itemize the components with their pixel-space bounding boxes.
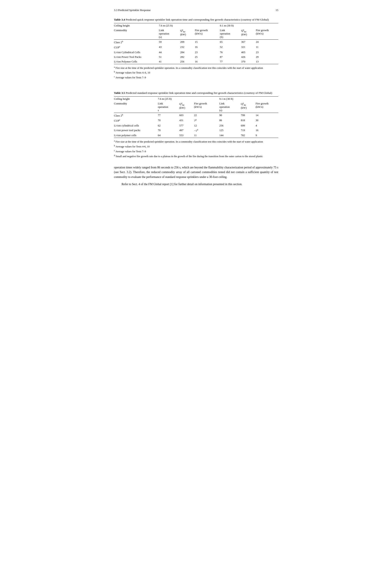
- table-3-4-caption-bold: Table 3.4: [114, 18, 125, 21]
- table-row: Li-ion power tool packs 70 497 −1d 125 7…: [114, 128, 278, 133]
- table-row: Class 2b 59 209 15 65 367 24: [114, 39, 278, 45]
- cell-v5: 799: [238, 113, 253, 118]
- cell-v1: 41: [156, 59, 178, 64]
- cell-v6: 4: [253, 123, 278, 128]
- table-3-4-caption: Table 3.4 Predicted quick response sprin…: [114, 18, 278, 22]
- table2-header-row-2: Commodity Linkoperations Qabe(kW) Fire g…: [114, 101, 278, 113]
- cell-v3: 23: [192, 50, 217, 55]
- page-number: 15: [276, 8, 278, 12]
- cell-v4: 52: [217, 45, 239, 50]
- cell-v1: 62: [155, 123, 177, 128]
- cell-v6: 30: [253, 118, 278, 123]
- cell-v5: 699: [238, 123, 253, 128]
- th-fire-growth-2: Fire growth(kW/s): [253, 28, 278, 40]
- th-7-6m: 7.6 m (25 ft): [156, 23, 217, 28]
- cell-v3: 16: [192, 45, 217, 50]
- cell-commodity: Class 2b: [114, 39, 156, 45]
- cell-v1: 44: [156, 50, 178, 55]
- t2-th-qbe-2: Qabe(kW): [238, 101, 253, 113]
- table-3-5-caption: Table 3.5 Predicted standard response sp…: [114, 91, 278, 95]
- cell-v6: 14: [253, 113, 278, 118]
- cell-v1: 59: [156, 39, 178, 45]
- cell-v6: 24: [253, 39, 278, 45]
- cell-commodity: Li-ion Cylindrical Cells: [114, 50, 156, 55]
- cell-v2: 256: [178, 59, 192, 64]
- t2-th-link-op-1: Linkoperations: [155, 101, 177, 113]
- th-qbe-2: Qabe(kW): [239, 28, 253, 40]
- cell-v4: 144: [217, 133, 238, 138]
- footnote: c Average values for Tests 7–9: [114, 75, 278, 80]
- cell-v6: 16: [253, 128, 278, 133]
- cell-v5: 370: [239, 59, 253, 64]
- cell-commodity: CUPc: [114, 118, 155, 123]
- table-row: Li-ion polymer cells 64 553 11 144 782 9: [114, 133, 278, 138]
- th-fire-growth-1: Fire growth(kW/s): [192, 28, 217, 40]
- cell-v4: 256: [217, 123, 238, 128]
- cell-v4: 90: [217, 113, 238, 118]
- table-3-5-data: Ceiling height 7.6 m (25 ft) 9.1 m (30 f…: [114, 96, 278, 138]
- cell-commodity: Li-ion Power Tool Packs: [114, 55, 156, 59]
- footnote: b Average values for Tests 4–6, 10: [114, 70, 278, 75]
- cell-v5: 405: [239, 50, 253, 55]
- footnote: c Average values for Tests 7–9: [114, 149, 278, 154]
- table-row: Li-ion Polymer Cells 41 256 16 77 370 13: [114, 59, 278, 64]
- cell-commodity: Class 2b: [114, 113, 155, 118]
- cell-v5: 367: [239, 39, 253, 45]
- cell-v2: 603: [177, 113, 192, 118]
- cell-v3: 25: [192, 55, 217, 59]
- th-ceiling: Ceiling height: [114, 23, 156, 28]
- t2-th-qbe-1: Qabe(kW): [177, 101, 192, 113]
- cell-v1: 43: [156, 45, 178, 50]
- table-3-4-data: Ceiling height 7.6 m (25 ft) 9.1 m (30 f…: [114, 23, 278, 64]
- cell-v2: 577: [177, 123, 192, 128]
- cell-v4: 76: [217, 50, 239, 55]
- table-row: CUPc 43 232 16 52 321 11: [114, 45, 278, 50]
- cell-v1: 70: [155, 128, 177, 133]
- cell-v3: 12: [192, 123, 217, 128]
- cell-v5: 426: [239, 55, 253, 59]
- cell-v6: 29: [253, 55, 278, 59]
- t2-th-fire-growth-2: Fire growth(kW/s): [253, 101, 278, 113]
- t2-th-7-6m: 7.6 m (25 ft): [155, 97, 217, 101]
- page-header: 3.3 Predicted Sprinkler Response 15: [114, 8, 278, 12]
- cell-v2: 209: [178, 39, 192, 45]
- cell-v5: 719: [238, 128, 253, 133]
- cell-v2: 232: [178, 45, 192, 50]
- table-3-4-caption-text: Predicted quick response sprinkler link …: [125, 18, 269, 21]
- cell-v1: 64: [155, 133, 177, 138]
- cell-v5: 321: [239, 45, 253, 50]
- cell-v1: 51: [156, 55, 178, 59]
- cell-v3: 22: [192, 113, 217, 118]
- t2-th-ceiling: Ceiling height: [114, 97, 155, 101]
- cell-v5: 782: [238, 133, 253, 138]
- table-3-5: Table 3.5 Predicted standard response sp…: [114, 91, 278, 158]
- table-row: Li-ion cylindrical cells 62 577 12 256 6…: [114, 123, 278, 128]
- table-row: Class 2b 77 603 22 90 799 14: [114, 113, 278, 118]
- cell-v4: 86: [217, 118, 238, 123]
- cell-commodity: Li-ion polymer cells: [114, 133, 155, 138]
- table-3-5-footnotes: a Fire size at the time of the predicted…: [114, 139, 278, 158]
- cell-commodity: Li-ion power tool packs: [114, 128, 155, 133]
- cell-v4: 125: [217, 128, 238, 133]
- cell-v6: 13: [253, 59, 278, 64]
- table-row: Li-ion Cylindrical Cells 44 284 23 76 40…: [114, 50, 278, 55]
- table-row: Li-ion Power Tool Packs 51 282 25 87 426…: [114, 55, 278, 59]
- cell-v1: 77: [155, 113, 177, 118]
- cell-v2: 553: [177, 133, 192, 138]
- cell-v6: 11: [253, 45, 278, 50]
- th-qbe-1: Qabe(kW): [178, 28, 192, 40]
- cell-v5: 818: [238, 118, 253, 123]
- cell-commodity: Li-ion Polymer Cells: [114, 59, 156, 64]
- cell-v4: 77: [217, 59, 239, 64]
- paragraph-1: operation times widely ranged from 86 se…: [114, 165, 278, 179]
- cell-v3: −1d: [192, 128, 217, 133]
- cell-v6: 9: [253, 133, 278, 138]
- cell-v3: 7d: [192, 118, 217, 123]
- cell-v3: 11: [192, 133, 217, 138]
- footnote: d Small and negative fire growth rate du…: [114, 154, 278, 158]
- table-header-row-2: Commodity Linkoperation(s) Qabe(kW) Fire…: [114, 28, 278, 40]
- cell-commodity: CUPc: [114, 45, 156, 50]
- t2-th-9-1m: 9.1 m (30 ft): [217, 97, 278, 101]
- t2-th-link-op-2: Linkoperation(s): [217, 101, 238, 113]
- table-3-5-caption-text: Predicted standard response sprinkler li…: [125, 91, 272, 95]
